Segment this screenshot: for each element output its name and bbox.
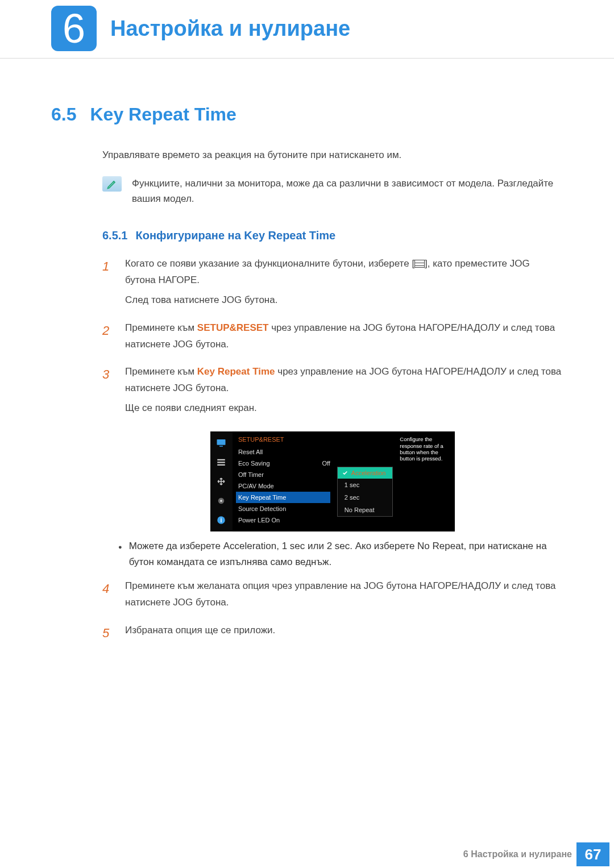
osd-dropdown-selected: Acceleration — [338, 467, 392, 479]
chapter-number-badge: 6 — [51, 6, 97, 51]
bullet-text-1: Можете да изберете — [129, 541, 223, 551]
osd-item-offtimer: Off Timer — [238, 469, 330, 480]
svg-rect-0 — [217, 439, 226, 445]
section-title: Key Repeat Time — [90, 104, 236, 124]
osd-dropdown-option: 2 sec — [338, 491, 392, 504]
osd-dropdown-option: No Repeat — [338, 504, 392, 516]
monitor-icon — [215, 437, 227, 448]
chapter-header: 6 Настройка и нулиране — [0, 6, 614, 59]
step-2-keyword: SETUP&RESET — [197, 322, 269, 333]
osd-tab-icons: i — [210, 431, 233, 531]
svg-rect-2 — [218, 459, 226, 460]
chapter-title: Настройка и нулиране — [110, 16, 350, 41]
step-2: 2 Преминете към SETUP&RESET чрез управле… — [102, 320, 563, 356]
osd-item-source-detection: Source Detection — [238, 503, 330, 514]
footer-chapter-label: 6 Настройка и нулиране — [463, 849, 572, 859]
step-number: 5 — [102, 622, 114, 643]
svg-rect-3 — [218, 462, 226, 463]
osd-title: SETUP&RESET — [238, 436, 330, 443]
osd-item-eco-value: Off — [322, 460, 330, 467]
step-3-pre: Преминете към — [125, 366, 197, 377]
menu-icon — [414, 260, 425, 268]
svg-text:i: i — [221, 517, 222, 524]
section-intro: Управлявате времето за реакция на бутони… — [51, 148, 563, 163]
note-box: Функциите, налични за монитора, може да … — [51, 176, 563, 206]
step-1-text-a: Когато се появи указание за функционални… — [125, 258, 414, 269]
osd-dropdown: Acceleration 1 sec 2 sec No Repeat — [337, 467, 393, 517]
bullet-kw-2: 1 sec — [282, 541, 305, 551]
resize-icon — [215, 476, 227, 487]
step-number: 4 — [102, 578, 114, 614]
svg-rect-1 — [219, 446, 223, 447]
step-number: 1 — [102, 256, 114, 312]
subsection-number: 6.5.1 — [102, 229, 127, 242]
svg-point-6 — [221, 500, 223, 502]
gear-icon — [215, 495, 227, 506]
step-2-pre: Преминете към — [125, 322, 197, 333]
osd-item-eco: Eco SavingOff — [238, 458, 330, 469]
bullet-kw-1: Acceleration — [223, 541, 277, 551]
bullet-note: ● Можете да изберете Acceleration, 1 sec… — [102, 538, 563, 570]
step-1-text-2: След това натиснете JOG бутона. — [125, 292, 563, 309]
step-number: 3 — [102, 364, 114, 420]
check-icon — [342, 470, 348, 476]
list-icon — [215, 456, 227, 468]
osd-item-key-repeat-time: Key Repeat Time — [236, 492, 330, 503]
step-5-text: Избраната опция ще се приложи. — [125, 622, 563, 639]
osd-item-power-led: Power LED On — [238, 514, 330, 526]
step-number: 2 — [102, 320, 114, 356]
bullet-icon: ● — [118, 542, 122, 570]
step-3-text-2: Ще се появи следният екран. — [125, 400, 563, 417]
subsection-heading: 6.5.1Конфигуриране на Key Repeat Time — [51, 229, 563, 242]
footer-page-number: 67 — [576, 842, 609, 866]
step-4-text: Преминете към желаната опция чрез управл… — [125, 578, 563, 611]
step-3-keyword: Key Repeat Time — [197, 366, 275, 377]
osd-dropdown-option: 1 sec — [338, 479, 392, 491]
bullet-kw-4: No Repeat — [417, 541, 463, 551]
note-pencil-icon — [102, 176, 122, 192]
section-heading: 6.5Key Repeat Time — [51, 104, 563, 125]
osd-help-text: Configure the response rate of a button … — [396, 431, 455, 531]
section-number: 6.5 — [51, 104, 76, 124]
step-4: 4 Преминете към желаната опция чрез упра… — [102, 578, 563, 614]
osd-item-reset: Reset All — [238, 446, 330, 458]
step-1: 1 Когато се появи указание за функционал… — [102, 256, 563, 312]
osd-item-pcav: PC/AV Mode — [238, 480, 330, 492]
svg-rect-4 — [218, 464, 226, 466]
subsection-title: Конфигуриране на Key Repeat Time — [135, 229, 335, 242]
step-5: 5 Избраната опция ще се приложи. — [102, 622, 563, 643]
osd-preview: i SETUP&RESET Reset All Eco SavingOff Of… — [210, 431, 455, 531]
bullet-kw-3: 2 sec — [327, 541, 350, 551]
step-3: 3 Преминете към Key Repeat Time чрез упр… — [102, 364, 563, 420]
note-text: Функциите, налични за монитора, може да … — [132, 176, 563, 206]
page-footer: 6 Настройка и нулиране 67 — [0, 841, 614, 868]
info-icon: i — [215, 514, 227, 526]
